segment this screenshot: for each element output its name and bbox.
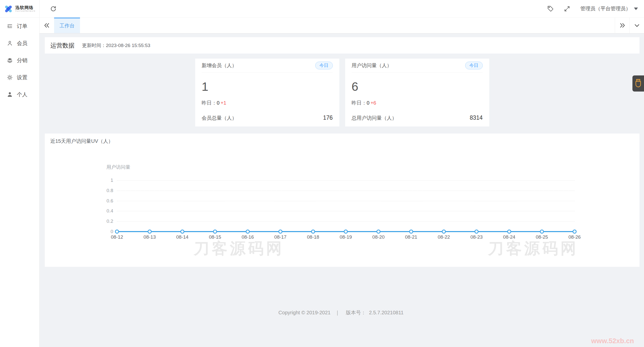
- card-yesterday-row: 昨日：0+1: [202, 100, 333, 106]
- stat-card-new-members: 新增会员（人） 今日 1 昨日：0+1 会员总量（人） 176: [195, 59, 339, 126]
- x-axis-tick-label: 08-16: [242, 234, 254, 240]
- data-point-marker[interactable]: [279, 230, 282, 233]
- floating-widget-button[interactable]: [632, 75, 644, 92]
- delta-value: +6: [371, 100, 376, 106]
- update-time-label: 更新时间：: [82, 43, 106, 48]
- card-yesterday-row: 昨日：0+6: [352, 100, 483, 106]
- brand-subname: XunruanNetwork: [15, 10, 35, 12]
- tab-options-button[interactable]: [629, 18, 644, 33]
- x-axis-tick-label: 08-20: [372, 234, 385, 240]
- profile-icon: [7, 92, 13, 98]
- chart-title: 近15天用户访问量UV（人）: [50, 138, 113, 145]
- data-point-marker[interactable]: [573, 230, 576, 233]
- settings-icon: [7, 74, 13, 80]
- data-point-marker[interactable]: [311, 230, 315, 233]
- card-total-value: 176: [323, 114, 333, 121]
- x-axis-tick-label: 08-17: [274, 234, 287, 240]
- card-total-value: 8314: [470, 114, 482, 121]
- data-point-marker[interactable]: [508, 230, 511, 233]
- data-point-marker[interactable]: [115, 230, 119, 233]
- today-badge: 今日: [315, 62, 333, 70]
- yesterday-value: 0: [217, 100, 220, 106]
- footer-divider: ｜: [335, 310, 340, 315]
- x-axis-tick-label: 08-25: [536, 234, 548, 240]
- fullscreen-icon: [564, 6, 570, 12]
- card-total-label: 会员总量（人）: [202, 115, 237, 121]
- y-axis-tick-label: 1: [110, 178, 113, 183]
- tab-strip-spacer: [80, 18, 615, 33]
- sidebar-item-label: 个人: [17, 91, 27, 98]
- member-icon: [7, 40, 13, 46]
- data-point-marker[interactable]: [246, 230, 249, 233]
- y-axis-tick-label: 0.8: [107, 188, 113, 193]
- order-icon: [7, 23, 13, 29]
- x-axis-tick-label: 08-24: [503, 234, 515, 240]
- sidebar-item-orders[interactable]: 订单: [0, 18, 39, 35]
- yesterday-label: 昨日：: [352, 100, 367, 106]
- y-axis-tick-label: 0.6: [107, 198, 113, 203]
- card-total-label: 总用户访问量（人）: [352, 115, 397, 121]
- x-axis-tick-label: 08-26: [569, 234, 581, 240]
- data-point-marker[interactable]: [410, 230, 413, 233]
- data-point-marker[interactable]: [475, 230, 478, 233]
- x-axis-tick-label: 08-12: [111, 234, 123, 240]
- operation-data-panel: 运营数据 更新时间：2023-08-26 15:55:53: [45, 37, 639, 54]
- delta-value: +1: [221, 100, 226, 106]
- footer-copyright: Copyright © 2019-2021: [278, 310, 331, 315]
- refresh-button[interactable]: [50, 6, 57, 12]
- data-point-marker[interactable]: [148, 230, 151, 233]
- fullscreen-button[interactable]: [564, 6, 570, 12]
- x-axis-tick-label: 08-21: [405, 234, 417, 240]
- x-axis-tick-label: 08-15: [209, 234, 221, 240]
- update-time-value: 2023-08-26 15:55:53: [106, 43, 150, 48]
- tab-bar: 工作台: [39, 18, 644, 33]
- today-badge: 今日: [465, 62, 483, 70]
- x-axis-tick-label: 08-22: [438, 234, 450, 240]
- topbar: 管理员（平台管理员）: [39, 0, 644, 18]
- sidebar-item-members[interactable]: 会员: [0, 35, 39, 52]
- sidebar-item-profile[interactable]: 个人: [0, 86, 39, 103]
- operation-data-title: 运营数据: [50, 41, 74, 50]
- sidebar-item-distribution[interactable]: 分销: [0, 52, 39, 69]
- footer-version-label: 版本号：: [346, 310, 366, 315]
- tabs-scroll-right-button[interactable]: [615, 18, 629, 33]
- data-point-marker[interactable]: [540, 230, 544, 233]
- y-axis-tick-label: 0: [110, 229, 113, 234]
- sidebar: 迅软网络 XunruanNetwork 订单 会员 分销 设置 个人: [0, 0, 39, 347]
- chevron-down-icon: [633, 22, 641, 29]
- y-axis-tick-label: 0.4: [107, 208, 113, 214]
- tab-workbench[interactable]: 工作台: [54, 18, 80, 33]
- usb-drive-icon: [634, 78, 642, 89]
- uv-chart-panel: 近15天用户访问量UV（人） 用户访问量 00.20.40.60.8108-12…: [45, 134, 639, 267]
- sidebar-nav: 订单 会员 分销 设置 个人: [0, 18, 39, 103]
- x-axis-tick-label: 08-14: [176, 234, 189, 240]
- collapse-sidebar-button[interactable]: [39, 18, 54, 33]
- refresh-icon: [50, 6, 57, 12]
- sidebar-item-label: 会员: [17, 40, 27, 47]
- card-title: 新增会员（人）: [202, 62, 237, 69]
- update-time: 更新时间：2023-08-26 15:55:53: [82, 42, 150, 49]
- data-point-marker[interactable]: [213, 230, 217, 233]
- data-point-marker[interactable]: [442, 230, 446, 233]
- distribution-icon: [7, 57, 13, 63]
- tag-button[interactable]: [547, 6, 554, 12]
- brand-logo[interactable]: 迅软网络 XunruanNetwork: [0, 0, 39, 18]
- x-axis-tick-label: 08-13: [144, 234, 156, 240]
- sidebar-item-label: 分销: [17, 57, 27, 64]
- yesterday-label: 昨日：: [202, 100, 217, 106]
- card-main-value: 1: [202, 80, 333, 94]
- x-axis-tick-label: 08-23: [470, 234, 483, 240]
- user-menu[interactable]: 管理员（平台管理员）: [580, 5, 638, 12]
- workbench-page: { "brand": { "name": "迅软网络", "subname": …: [0, 0, 644, 347]
- data-point-marker[interactable]: [377, 230, 380, 233]
- tab-label: 工作台: [60, 22, 75, 29]
- data-point-marker[interactable]: [181, 230, 184, 233]
- x-axis-tick-label: 08-19: [340, 234, 352, 240]
- footer-version: 版本号：2.5.7.20210811: [344, 310, 405, 315]
- sidebar-item-settings[interactable]: 设置: [0, 69, 39, 86]
- stat-cards-row: 新增会员（人） 今日 1 昨日：0+1 会员总量（人） 176 用户访问量（人）…: [45, 59, 639, 126]
- chart-plot[interactable]: 00.20.40.60.8108-1208-1308-1408-1508-160…: [117, 180, 575, 232]
- sidebar-item-label: 设置: [17, 74, 27, 81]
- data-point-marker[interactable]: [344, 230, 347, 233]
- sidebar-item-label: 订单: [17, 23, 27, 30]
